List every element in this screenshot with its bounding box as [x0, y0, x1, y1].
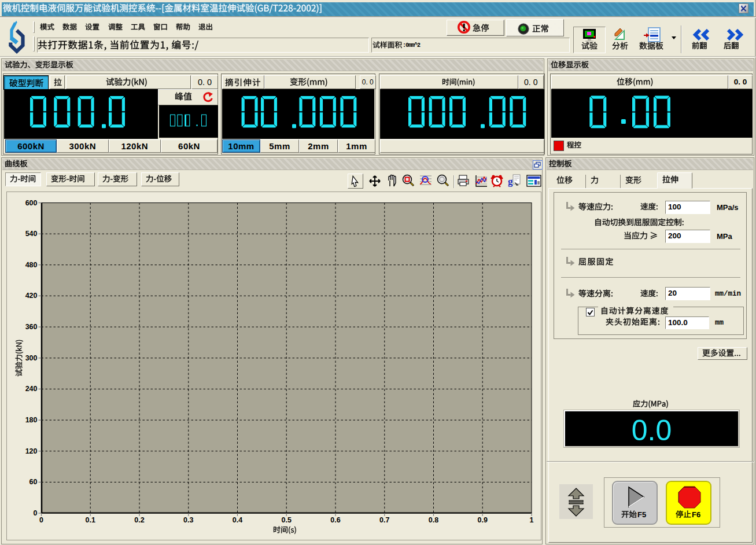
svg-text:540: 540: [25, 230, 38, 238]
svg-text:0.2: 0.2: [134, 516, 144, 524]
svg-text:0: 0: [39, 516, 43, 524]
svg-text:60: 60: [29, 478, 38, 486]
svg-text:g: g: [508, 176, 513, 187]
svg-text:360: 360: [25, 323, 38, 331]
svg-text:420: 420: [25, 292, 38, 300]
svg-text:180: 180: [25, 416, 38, 424]
svg-text:0.4: 0.4: [233, 516, 242, 524]
svg-text:0: 0: [34, 509, 38, 517]
svg-text:300: 300: [25, 354, 38, 362]
svg-text:0.8: 0.8: [429, 516, 438, 524]
svg-text:0.5: 0.5: [282, 516, 292, 524]
svg-text:1: 1: [530, 516, 534, 524]
svg-text:240: 240: [25, 385, 38, 393]
svg-text:0.1: 0.1: [86, 516, 95, 524]
svg-text:0.9: 0.9: [478, 516, 488, 524]
svg-text:0.3: 0.3: [183, 516, 193, 524]
svg-text:0.7: 0.7: [379, 516, 389, 524]
svg-text:600: 600: [25, 199, 38, 207]
svg-text:120: 120: [25, 447, 38, 455]
svg-text:0.6: 0.6: [330, 516, 340, 524]
svg-text:480: 480: [25, 261, 38, 269]
